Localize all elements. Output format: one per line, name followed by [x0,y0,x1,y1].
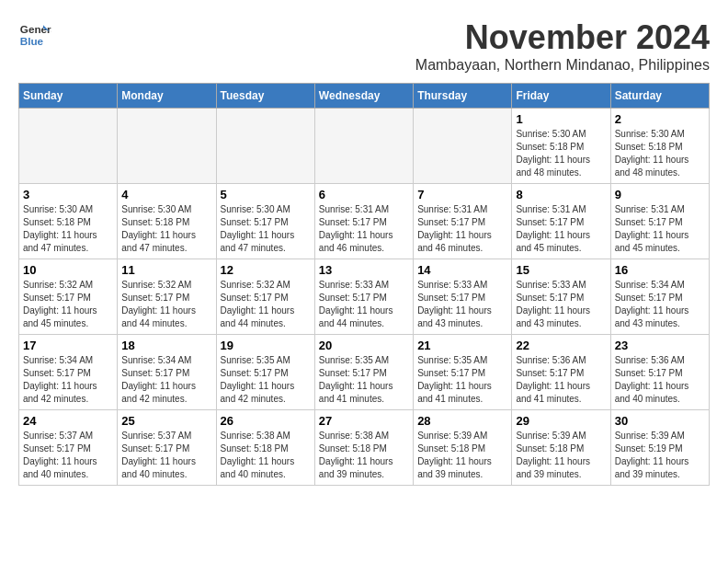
table-row: 3Sunrise: 5:30 AMSunset: 5:18 PMDaylight… [19,184,118,259]
day-info: Sunrise: 5:38 AMSunset: 5:18 PMDaylight:… [221,430,311,481]
table-row: 14Sunrise: 5:33 AMSunset: 5:17 PMDayligh… [414,259,512,335]
day-number: 5 [221,188,311,201]
day-info: Sunrise: 5:35 AMSunset: 5:17 PMDaylight:… [417,354,507,406]
day-info: Sunrise: 5:32 AMSunset: 5:17 PMDaylight:… [23,279,113,330]
day-info: Sunrise: 5:34 AMSunset: 5:17 PMDaylight:… [23,354,113,406]
table-row: 6Sunrise: 5:31 AMSunset: 5:17 PMDaylight… [314,184,413,259]
svg-text:Blue: Blue [20,35,44,47]
table-row: 5Sunrise: 5:30 AMSunset: 5:17 PMDaylight… [216,184,314,259]
day-number: 25 [121,414,211,428]
table-row: 30Sunrise: 5:39 AMSunset: 5:19 PMDayligh… [610,410,709,486]
day-info: Sunrise: 5:33 AMSunset: 5:17 PMDaylight:… [516,279,606,330]
col-wednesday: Wednesday [314,84,413,109]
day-info: Sunrise: 5:39 AMSunset: 5:18 PMDaylight:… [516,430,606,481]
day-number: 29 [516,414,606,428]
col-tuesday: Tuesday [216,84,314,109]
table-row: 17Sunrise: 5:34 AMSunset: 5:17 PMDayligh… [19,335,118,410]
day-info: Sunrise: 5:38 AMSunset: 5:18 PMDaylight:… [319,430,409,481]
day-info: Sunrise: 5:33 AMSunset: 5:17 PMDaylight:… [417,279,507,330]
day-number: 15 [516,263,606,277]
day-info: Sunrise: 5:35 AMSunset: 5:17 PMDaylight:… [319,354,409,406]
calendar-week-row: 17Sunrise: 5:34 AMSunset: 5:17 PMDayligh… [19,335,710,410]
table-row: 16Sunrise: 5:34 AMSunset: 5:17 PMDayligh… [610,259,709,335]
logo-icon: General Blue [18,18,51,52]
day-number: 13 [319,263,409,277]
day-info: Sunrise: 5:33 AMSunset: 5:17 PMDaylight:… [319,279,409,330]
col-thursday: Thursday [414,84,512,109]
col-saturday: Saturday [610,84,709,109]
day-info: Sunrise: 5:34 AMSunset: 5:17 PMDaylight:… [121,354,211,406]
table-row [414,109,512,184]
title-section: November 2024 Mambayaan, Northern Mindan… [415,18,710,74]
table-row: 28Sunrise: 5:39 AMSunset: 5:18 PMDayligh… [414,410,512,486]
day-number: 19 [221,339,311,352]
day-number: 10 [23,263,113,277]
day-info: Sunrise: 5:36 AMSunset: 5:17 PMDaylight:… [615,354,705,406]
table-row: 27Sunrise: 5:38 AMSunset: 5:18 PMDayligh… [314,410,413,486]
day-number: 8 [516,188,606,201]
day-number: 12 [221,263,311,277]
table-row: 11Sunrise: 5:32 AMSunset: 5:17 PMDayligh… [118,259,216,335]
calendar-week-row: 3Sunrise: 5:30 AMSunset: 5:18 PMDaylight… [19,184,710,259]
day-info: Sunrise: 5:31 AMSunset: 5:17 PMDaylight:… [319,203,409,255]
calendar-week-row: 24Sunrise: 5:37 AMSunset: 5:17 PMDayligh… [19,410,710,486]
day-info: Sunrise: 5:36 AMSunset: 5:17 PMDaylight:… [516,354,606,406]
day-info: Sunrise: 5:35 AMSunset: 5:17 PMDaylight:… [221,354,311,406]
day-number: 27 [319,414,409,428]
table-row: 1Sunrise: 5:30 AMSunset: 5:18 PMDaylight… [512,109,610,184]
day-number: 9 [615,188,705,201]
table-row: 12Sunrise: 5:32 AMSunset: 5:17 PMDayligh… [216,259,314,335]
day-info: Sunrise: 5:32 AMSunset: 5:17 PMDaylight:… [121,279,211,330]
day-number: 14 [417,263,507,277]
table-row: 9Sunrise: 5:31 AMSunset: 5:17 PMDaylight… [610,184,709,259]
table-row: 26Sunrise: 5:38 AMSunset: 5:18 PMDayligh… [216,410,314,486]
table-row [314,109,413,184]
logo: General Blue [18,18,51,52]
table-row: 23Sunrise: 5:36 AMSunset: 5:17 PMDayligh… [610,335,709,410]
table-row: 21Sunrise: 5:35 AMSunset: 5:17 PMDayligh… [414,335,512,410]
day-info: Sunrise: 5:31 AMSunset: 5:17 PMDaylight:… [417,203,507,255]
day-number: 22 [516,339,606,352]
table-row: 25Sunrise: 5:37 AMSunset: 5:17 PMDayligh… [118,410,216,486]
table-row: 29Sunrise: 5:39 AMSunset: 5:18 PMDayligh… [512,410,610,486]
day-info: Sunrise: 5:34 AMSunset: 5:17 PMDaylight:… [615,279,705,330]
day-number: 1 [516,112,606,126]
table-row: 15Sunrise: 5:33 AMSunset: 5:17 PMDayligh… [512,259,610,335]
table-row: 2Sunrise: 5:30 AMSunset: 5:18 PMDaylight… [610,109,709,184]
col-monday: Monday [118,84,216,109]
day-info: Sunrise: 5:30 AMSunset: 5:18 PMDaylight:… [615,128,705,179]
day-number: 28 [417,414,507,428]
day-info: Sunrise: 5:31 AMSunset: 5:17 PMDaylight:… [516,203,606,255]
day-number: 20 [319,339,409,352]
calendar-header-row: Sunday Monday Tuesday Wednesday Thursday… [19,84,710,109]
table-row: 13Sunrise: 5:33 AMSunset: 5:17 PMDayligh… [314,259,413,335]
day-number: 18 [121,339,211,352]
table-row: 19Sunrise: 5:35 AMSunset: 5:17 PMDayligh… [216,335,314,410]
day-info: Sunrise: 5:39 AMSunset: 5:19 PMDaylight:… [615,430,705,481]
day-number: 23 [615,339,705,352]
table-row: 22Sunrise: 5:36 AMSunset: 5:17 PMDayligh… [512,335,610,410]
table-row [118,109,216,184]
day-info: Sunrise: 5:32 AMSunset: 5:17 PMDaylight:… [221,279,311,330]
day-info: Sunrise: 5:30 AMSunset: 5:17 PMDaylight:… [221,203,311,255]
day-number: 7 [417,188,507,201]
table-row: 18Sunrise: 5:34 AMSunset: 5:17 PMDayligh… [118,335,216,410]
location-subtitle: Mambayaan, Northern Mindanao, Philippine… [415,57,710,74]
table-row: 8Sunrise: 5:31 AMSunset: 5:17 PMDaylight… [512,184,610,259]
table-row: 24Sunrise: 5:37 AMSunset: 5:17 PMDayligh… [19,410,118,486]
day-number: 17 [23,339,113,352]
table-row: 10Sunrise: 5:32 AMSunset: 5:17 PMDayligh… [19,259,118,335]
day-number: 24 [23,414,113,428]
table-row: 7Sunrise: 5:31 AMSunset: 5:17 PMDaylight… [414,184,512,259]
day-info: Sunrise: 5:37 AMSunset: 5:17 PMDaylight:… [23,430,113,481]
day-number: 11 [121,263,211,277]
day-info: Sunrise: 5:30 AMSunset: 5:18 PMDaylight:… [23,203,113,255]
day-number: 3 [23,188,113,201]
day-number: 21 [417,339,507,352]
col-sunday: Sunday [19,84,118,109]
day-number: 6 [319,188,409,201]
day-number: 26 [221,414,311,428]
day-number: 16 [615,263,705,277]
day-info: Sunrise: 5:30 AMSunset: 5:18 PMDaylight:… [121,203,211,255]
day-info: Sunrise: 5:39 AMSunset: 5:18 PMDaylight:… [417,430,507,481]
